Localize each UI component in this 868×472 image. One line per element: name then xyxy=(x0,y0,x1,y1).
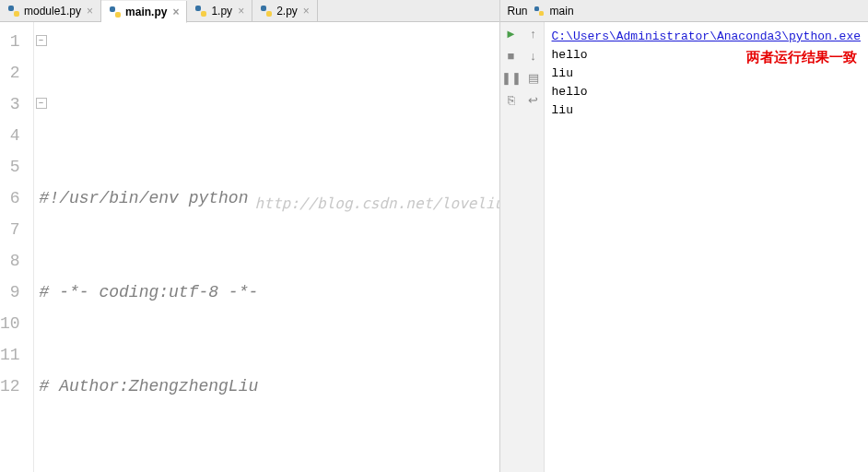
interpreter-path[interactable]: C:\Users\Administrator\Anaconda3\python.… xyxy=(552,28,861,46)
code-line xyxy=(40,465,499,472)
annotation-note: 两者运行结果一致 xyxy=(746,48,857,66)
step-up-icon[interactable]: ↑ xyxy=(522,22,545,44)
code-line: # Author:ZhengzhengLiu xyxy=(40,371,499,402)
output-line: liu xyxy=(552,65,861,83)
line-number-gutter: 123 456 789 101112 xyxy=(0,22,34,472)
run-button[interactable]: ► xyxy=(500,22,522,44)
stop-button[interactable]: ■ xyxy=(500,44,522,66)
svg-rect-6 xyxy=(261,6,266,11)
run-output[interactable]: C:\Users\Administrator\Anaconda3\python.… xyxy=(545,22,868,472)
tab-label: module1.py xyxy=(24,5,81,18)
tab-label: main.py xyxy=(125,6,167,18)
output-line: hello xyxy=(552,83,861,101)
tab-2py[interactable]: 2.py × xyxy=(252,0,318,21)
python-file-icon xyxy=(534,6,545,17)
output-line: liu xyxy=(552,101,861,120)
close-icon[interactable]: × xyxy=(301,5,310,18)
editor-pane: module1.py × main.py × 1.py × 2.py × 123 xyxy=(0,0,500,472)
svg-rect-2 xyxy=(110,6,115,12)
step-down-icon[interactable]: ↓ xyxy=(522,44,545,66)
python-file-icon xyxy=(194,5,207,18)
export-icon[interactable]: ⎘ xyxy=(500,88,522,111)
close-icon[interactable]: × xyxy=(236,5,244,18)
return-icon[interactable]: ↩ xyxy=(522,88,545,111)
svg-rect-8 xyxy=(534,6,539,11)
run-header-label: Run xyxy=(508,5,528,18)
code-area[interactable]: http://blog.csdn.net/loveliuzz #!/usr/bi… xyxy=(34,22,499,472)
svg-rect-1 xyxy=(14,11,19,17)
svg-rect-3 xyxy=(115,12,121,18)
layout-icon[interactable]: ▤ xyxy=(522,66,545,88)
svg-rect-7 xyxy=(266,11,272,17)
svg-rect-9 xyxy=(539,11,544,16)
svg-rect-0 xyxy=(8,6,14,11)
svg-rect-4 xyxy=(195,6,201,11)
tab-1py[interactable]: 1.py × xyxy=(187,0,252,21)
code-line: # -*- coding:utf-8 -*- xyxy=(40,277,499,308)
editor-tabbar: module1.py × main.py × 1.py × 2.py × xyxy=(0,0,499,22)
tab-label: 1.py xyxy=(211,5,232,18)
tab-module1[interactable]: module1.py × xyxy=(0,0,101,21)
tab-main[interactable]: main.py × xyxy=(101,1,187,23)
run-config-name: main xyxy=(550,5,574,18)
pause-button[interactable]: ❚❚ xyxy=(500,66,522,88)
tab-label: 2.py xyxy=(276,5,298,18)
svg-rect-5 xyxy=(201,11,206,17)
python-file-icon xyxy=(7,5,20,18)
python-file-icon xyxy=(260,5,273,18)
run-panel: Run main ► ↑ ■ ↓ ❚❚ ▤ ⎘ ↩ C:\Users\Admin… xyxy=(500,0,868,472)
run-panel-header: Run main xyxy=(500,0,868,22)
code-editor[interactable]: 123 456 789 101112 – – http://blog.csdn.… xyxy=(0,22,499,472)
run-toolbar: ► ↑ ■ ↓ ❚❚ ▤ ⎘ ↩ xyxy=(500,22,545,472)
close-icon[interactable]: × xyxy=(85,5,93,18)
python-file-icon xyxy=(109,6,122,18)
close-icon[interactable]: × xyxy=(170,6,179,18)
code-line: #!/usr/bin/env python xyxy=(40,183,499,214)
